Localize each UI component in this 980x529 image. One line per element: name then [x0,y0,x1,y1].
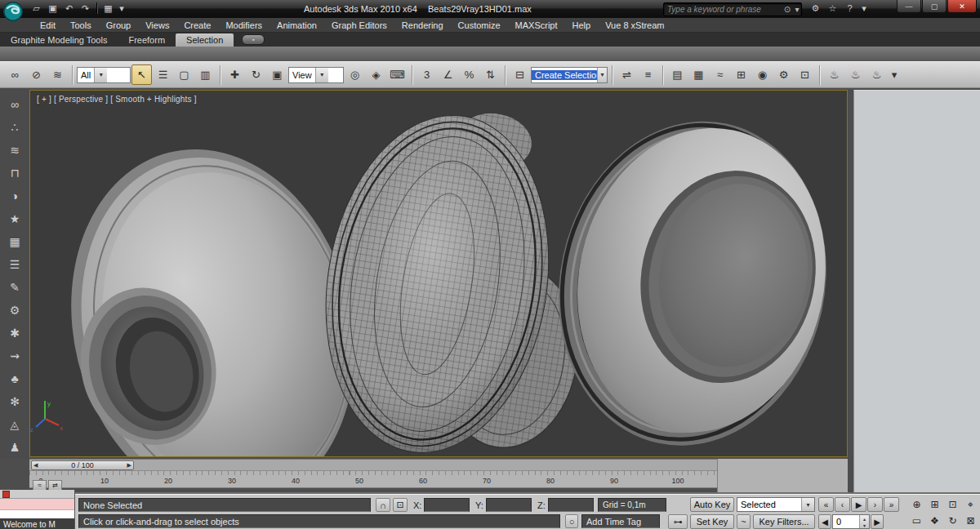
menu-maxscript[interactable]: MAXScript [508,18,565,33]
search-input[interactable] [664,5,782,14]
next-frame-button[interactable]: › [867,497,883,512]
render-iterative-icon[interactable]: ♨ [845,64,866,85]
stack-icon[interactable]: ☰ [5,255,24,273]
add-time-tag-field[interactable]: Add Time Tag [581,514,660,528]
chevron-down-icon[interactable]: ▾ [597,68,607,82]
named-selection-sets-icon[interactable]: ⊟ [510,64,530,85]
render-production-icon[interactable]: ♨ [824,64,844,85]
spinner-up-icon[interactable]: ▴ [860,515,869,522]
toolbar-overflow-icon[interactable]: ▾ [888,64,901,85]
rendered-frame-icon[interactable]: ⊡ [795,64,815,85]
previous-frame-arrow-icon[interactable]: ◀ [33,462,38,469]
menu-vue-xstream[interactable]: Vue 8 xStream [598,18,671,33]
select-manipulate-icon[interactable]: ◈ [366,64,386,85]
set-keys-key-icon[interactable]: ⊶ [668,514,688,529]
activeshade-icon[interactable]: ♨ [866,64,887,85]
next-key-button[interactable]: ▶ [871,514,884,529]
window-crossing-icon[interactable]: ▥ [195,64,216,85]
bind-spacewarp-icon[interactable]: ≋ [47,64,68,85]
selection-filter-dropdown[interactable]: All ▾ [77,67,131,83]
key-set-dropdown[interactable]: Selected ▾ [737,497,815,512]
chevron-down-icon[interactable]: ▾ [315,68,328,82]
spinner-snap-icon[interactable]: ⇅ [480,64,501,85]
curve-editor-icon[interactable]: ≈ [710,64,730,85]
mirror-icon[interactable]: ⇌ [617,64,637,85]
redo-icon[interactable]: ↷ [78,2,92,15]
x-coordinate-field[interactable] [424,498,470,512]
menu-graph-editors[interactable]: Graph Editors [324,18,394,33]
zoom-icon[interactable]: ⊕ [908,496,925,512]
close-button[interactable]: ✕ [947,0,977,13]
grid-window-icon[interactable]: ▦ [5,232,24,251]
pivot-center-icon[interactable]: ◎ [345,64,365,85]
viewport-label[interactable]: [ + ] [ Perspective ] [ Smooth + Highlig… [37,95,197,104]
absolute-mode-icon[interactable]: ⊡ [393,498,408,512]
undo-icon[interactable]: ↶ [62,2,76,15]
pan-icon[interactable]: ❖ [926,513,943,528]
open-file-icon[interactable]: ▱ [29,2,43,15]
tab-selection[interactable]: Selection [176,33,234,47]
zoom-region-icon[interactable]: ▭ [908,513,925,528]
minimize-button[interactable]: — [897,0,921,13]
play-button[interactable]: ▶ [851,497,866,512]
command-panel[interactable] [853,90,980,494]
schematic-view-icon[interactable]: ⊞ [731,64,751,85]
graphite-ribbon-icon[interactable]: ▦ [688,64,709,85]
bridge-icon[interactable]: ⊓ [5,163,24,182]
unlink-icon[interactable]: ⊘ [26,64,47,85]
orbit-icon[interactable]: ↻ [944,513,961,528]
tab-graphite-modeling-tools[interactable]: Graphite Modeling Tools [0,33,118,47]
menu-animation[interactable]: Animation [270,18,324,33]
material-editor-icon[interactable]: ◉ [752,64,773,85]
current-frame-field[interactable]: 0 ▴ ▾ [832,514,870,529]
menu-edit[interactable]: Edit [33,18,63,33]
tab-freeform[interactable]: Freeform [118,33,176,47]
zoom-extents-icon[interactable]: ⊡ [944,496,961,512]
track-bar[interactable]: 0 10 20 30 40 50 60 70 80 90 100 [29,471,717,488]
select-object-icon[interactable]: ↖ [131,64,152,85]
sphere-icon[interactable]: ◑ [5,186,24,205]
align-icon[interactable]: ≡ [638,64,658,85]
keyboard-override-icon[interactable]: ⌨ [387,64,408,85]
go-to-start-button[interactable]: « [818,497,834,512]
zoom-all-icon[interactable]: ⊞ [926,496,943,512]
help-icon[interactable]: ? [843,2,857,15]
go-to-end-button[interactable]: » [884,497,899,512]
y-coordinate-field[interactable] [486,498,532,512]
menu-views[interactable]: Views [138,18,176,33]
menu-help[interactable]: Help [565,18,599,33]
scatter-icon[interactable]: ∴ [5,118,24,136]
viewport-canvas[interactable]: y x z [30,91,847,456]
previous-frame-button[interactable]: ‹ [835,497,850,512]
perspective-viewport[interactable]: y x z [ + ] [ Perspective ] [ Smooth + H… [29,90,848,457]
prism-icon[interactable]: ◬ [5,415,24,433]
quick-access-dropdown-icon[interactable]: ▾ [118,2,126,15]
select-rotate-icon[interactable]: ↻ [246,64,266,85]
help-dropdown-icon[interactable]: ▾ [860,2,868,15]
next-frame-arrow-icon[interactable]: ▶ [127,462,131,469]
workspace-icon[interactable]: ▦ [101,2,115,15]
zoom-extents-all-icon[interactable]: ⌖ [962,496,979,512]
time-slider-track[interactable]: ◀ 0 / 100 ▶ [29,459,717,471]
select-link-icon[interactable]: ∞ [5,64,25,85]
chain-icon[interactable]: ∞ [5,95,24,113]
3ds-max-logo-icon[interactable] [2,1,24,22]
figure-icon[interactable]: ♟ [5,438,24,456]
percent-snap-icon[interactable]: % [459,64,479,85]
selection-region-icon[interactable]: ▢ [174,64,194,85]
waves-icon[interactable]: ≋ [5,140,24,159]
spinner-down-icon[interactable]: ▾ [860,522,869,528]
listener-script-row[interactable] [0,510,74,518]
star-icon[interactable]: ★ [5,209,24,228]
search-dropdown-icon[interactable]: ▾ [793,4,801,15]
snaps-toggle-icon[interactable]: 3 [416,64,437,85]
chevron-down-icon[interactable]: ▾ [94,68,107,82]
time-tag-icon[interactable]: ○ [565,514,578,528]
select-by-name-icon[interactable]: ☰ [153,64,173,85]
frame-spinner[interactable]: ▴ ▾ [859,515,869,528]
earcushion-model-smooth[interactable] [529,96,847,456]
selection-lock-icon[interactable]: ∩ [376,498,390,512]
favorites-star-icon[interactable]: ☆ [826,2,840,15]
settings-icon[interactable]: ⚙ [808,2,822,15]
angle-snap-icon[interactable]: ∠ [438,64,458,85]
